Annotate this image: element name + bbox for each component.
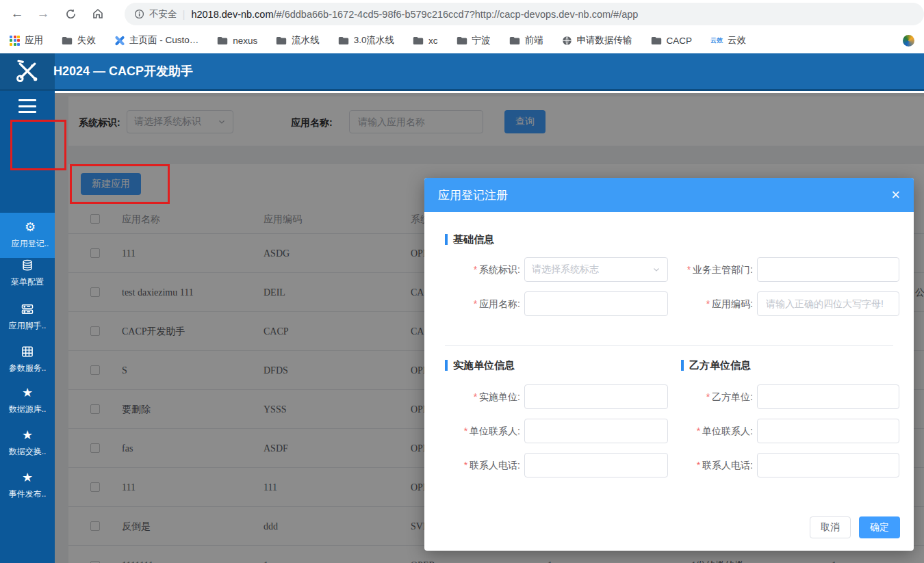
folder-icon <box>413 36 424 45</box>
app-register-dialog: 应用登记注册 × 基础信息 *系统标识: 请选择系统标志 *业务主管部门: *应… <box>424 178 914 551</box>
security-status: 不安全 <box>149 8 177 21</box>
dept-label: *业务主管部门: <box>650 257 753 282</box>
section-impl-unit: 实施单位信息 <box>445 360 515 371</box>
folder-icon <box>62 36 73 45</box>
reload-icon[interactable] <box>62 5 79 23</box>
url-path: /#/6ddba66b-1672-4cd5-98f6-b579c216ccd7?… <box>274 9 639 20</box>
forward-icon[interactable]: → <box>34 5 52 23</box>
section-basic-info: 基础信息 <box>445 234 494 245</box>
sidebar-item-event-publish[interactable]: ★ 事件发布.. <box>0 470 55 500</box>
annotation-box-new-app-button <box>70 164 170 204</box>
unit-contact-input[interactable] <box>524 419 668 443</box>
bookmark-mainpage[interactable]: 主页面 - Custo… <box>114 34 198 47</box>
annotation-box-sidebar-item <box>10 120 66 170</box>
dept-input[interactable] <box>757 257 899 282</box>
system-id-select[interactable]: 请选择系统标志 <box>524 257 668 282</box>
app-logo <box>0 53 55 89</box>
bookmarks-bar: 应用 失效 主页面 - Custo… nexus 流水线 3.0流水线 xc <box>0 27 924 53</box>
system-id-label: *系统标识: <box>438 257 520 282</box>
bookmark-folder[interactable]: CACP <box>651 36 693 46</box>
gear-icon: ⚙ <box>0 220 60 235</box>
table-grid-icon <box>0 344 55 359</box>
contact-phone-label-b: *联系人电话: <box>650 453 753 477</box>
browser-profile-icon[interactable] <box>903 35 914 47</box>
folder-icon <box>338 36 349 45</box>
bookmark-folder[interactable]: xc <box>413 36 438 46</box>
party-b-label: *乙方单位: <box>650 384 753 409</box>
cancel-button[interactable]: 取消 <box>810 516 851 538</box>
bookmark-folder[interactable]: 前端 <box>509 34 543 47</box>
home-icon[interactable] <box>89 5 107 23</box>
sidebar-item-param-service[interactable]: 参数服务.. <box>0 344 55 374</box>
unit-contact-label: *单位联系人: <box>438 419 520 443</box>
bookmark-folder[interactable]: 失效 <box>62 34 96 47</box>
folder-icon <box>217 36 228 45</box>
dialog-title: 应用登记注册 <box>438 187 508 203</box>
contact-phone-label: *联系人电话: <box>438 453 520 477</box>
impl-unit-label: *实施单位: <box>438 384 520 409</box>
unit-contact-label-b: *单位联系人: <box>650 419 753 443</box>
impl-unit-input[interactable] <box>524 384 668 409</box>
url-domain: h2018.dev-nb.com <box>191 9 273 20</box>
sidebar-item-app-register[interactable]: ⚙ 应用登记.. <box>0 213 60 258</box>
bookmark-folder[interactable]: nexus <box>217 36 257 46</box>
bookmark-folder[interactable]: 流水线 <box>276 34 320 47</box>
app-name-input[interactable] <box>524 291 668 316</box>
folder-icon <box>457 36 467 45</box>
sidebar-item-data-exchange[interactable]: ★ 数据交换.. <box>0 428 55 458</box>
star-icon: ★ <box>0 385 55 400</box>
bookmark-apps[interactable]: 应用 <box>10 34 43 47</box>
apps-grid-icon <box>10 36 20 46</box>
back-icon[interactable]: ← <box>8 5 26 23</box>
app-code-input[interactable] <box>757 291 899 316</box>
bookmark-yunxiao[interactable]: 云效 云效 <box>710 34 746 47</box>
bookmark-folder[interactable]: 3.0流水线 <box>338 34 394 47</box>
database-icon <box>0 258 55 273</box>
section-divider <box>445 345 893 346</box>
sidebar-item-menu-config[interactable]: 菜单配置 <box>0 258 55 288</box>
contact-phone-input-b[interactable] <box>757 453 899 477</box>
dialog-header: 应用登记注册 × <box>424 178 914 212</box>
page-title: H2024 — CACP开发助手 <box>53 53 193 89</box>
menu-toggle-icon[interactable] <box>18 99 36 113</box>
confirm-button[interactable]: 确定 <box>859 516 900 538</box>
sidebar-item-datasource[interactable]: ★ 数据源库.. <box>0 385 55 415</box>
app-header: H2024 — CACP开发助手 <box>0 53 924 91</box>
screen: ← → 不安全 | h2018.dev-nb.com/#/6ddba66b-16… <box>0 0 924 563</box>
browser-toolbar: ← → 不安全 | h2018.dev-nb.com/#/6ddba66b-16… <box>0 0 924 27</box>
bookmark-folder[interactable]: 宁波 <box>457 34 491 47</box>
contact-phone-input[interactable] <box>524 453 668 477</box>
sidebar-item-app-scaffold[interactable]: 应用脚手.. <box>0 302 55 332</box>
folder-icon <box>509 36 520 45</box>
yunxiao-icon: 云效 <box>710 36 723 45</box>
app-code-label: *应用编码: <box>650 291 753 316</box>
address-bar[interactable]: 不安全 | h2018.dev-nb.com/#/6ddba66b-1672-4… <box>125 3 924 25</box>
star-icon: ★ <box>0 428 55 443</box>
party-b-input[interactable] <box>757 384 899 409</box>
bookmark-data-transfer[interactable]: 申请数据传输 <box>562 34 632 47</box>
section-party-b-unit: 乙方单位信息 <box>681 360 751 371</box>
app-name-label: *应用名称: <box>438 291 520 316</box>
globe-icon <box>562 36 572 46</box>
info-icon[interactable] <box>134 9 144 19</box>
url-separator: | <box>183 8 185 20</box>
folder-icon <box>651 36 662 45</box>
close-icon[interactable]: × <box>891 187 900 202</box>
x-logo-icon <box>114 36 125 46</box>
folder-icon <box>276 36 287 45</box>
star-icon: ★ <box>0 470 55 485</box>
unit-contact-input-b[interactable] <box>757 419 899 443</box>
crossed-tools-icon <box>14 57 41 85</box>
server-icon <box>0 302 55 317</box>
